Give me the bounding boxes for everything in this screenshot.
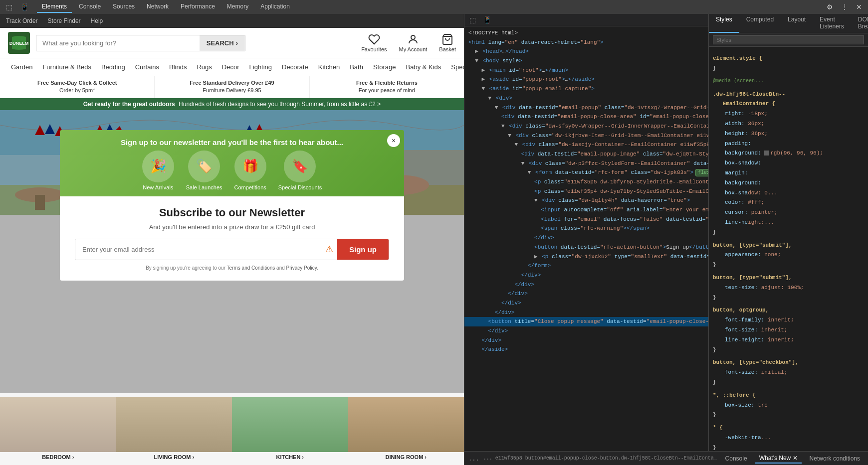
help-link[interactable]: Help [91, 17, 103, 24]
tree-close-btn[interactable]: <button title="Close popup message" data… [464, 317, 708, 326]
tree-span-warning[interactable]: <span class="rfc-warning"></span> [464, 224, 708, 233]
styles-tab-styles[interactable]: Styles [709, 14, 739, 33]
whats-new-tab-btn[interactable]: What's New ✕ [755, 454, 802, 464]
tree-body[interactable]: ▼ <body style> [464, 56, 708, 66]
nav-garden[interactable]: Garden [6, 58, 37, 76]
store-finder-link[interactable]: Store Finder [48, 17, 81, 24]
basket-btn[interactable]: Basket [439, 33, 456, 52]
tree-close-styled-form[interactable]: </div> [464, 271, 708, 280]
dt-tab-elements[interactable]: Elements [37, 1, 72, 13]
search-button[interactable]: SEARCH › [200, 35, 245, 51]
delivery-line2-1: Furniture Delivery £9.95 [159, 87, 305, 94]
popup-signup-btn[interactable]: Sign up [337, 239, 389, 260]
inspect-btn[interactable]: ⬚ [467, 15, 478, 25]
category-card-kitchen[interactable]: KITCHEN › [232, 397, 348, 461]
my-account-btn[interactable]: My Account [399, 33, 428, 52]
tree-div-email-popup[interactable]: ▼ <div data-testid="email-popup" class="… [464, 103, 708, 113]
styles-tab-layout[interactable]: Layout [781, 14, 813, 33]
tree-close-email-popup[interactable]: </div> [464, 308, 708, 317]
popup-email-input[interactable] [75, 239, 321, 260]
tree-close-inner[interactable]: </div> [464, 299, 708, 308]
nav-bath[interactable]: Bath [345, 58, 368, 76]
nav-rugs[interactable]: Rugs [192, 58, 217, 76]
tree-p-title[interactable]: <p class="e11wf35p5 dw-1bfyr5p-StyledTit… [464, 177, 708, 187]
elements-toolbar: ⬚ 📱 [464, 14, 708, 26]
nav-curtains[interactable]: Curtains [130, 58, 164, 76]
tree-head[interactable]: ▶ <head>…</head> [464, 47, 708, 56]
tree-styled-form[interactable]: ▼ <div class="dw-p3ffzc-StyledForm--Emai… [464, 159, 708, 168]
search-input[interactable] [36, 35, 200, 51]
styles-tab-dom-breakpoints[interactable]: DOM Breakpoints [851, 14, 868, 33]
tree-close-form[interactable]: </form> [464, 261, 708, 271]
tree-close-grid[interactable]: </div> [464, 289, 708, 299]
styles-prop-width: width: 36px; [713, 119, 864, 129]
privacy-link[interactable]: Privacy Policy [286, 265, 317, 271]
tree-p-subtitle[interactable]: <p class="e11wf35p4 dw-1yu71by-StyledSub… [464, 187, 708, 196]
tree-aside-email[interactable]: ▼ <aside id="popup-email-capture"> [464, 84, 708, 94]
tree-close-div-2[interactable]: </div> [464, 326, 708, 336]
tree-p-small[interactable]: ▶ <p class="dw-1jxck62" type="smallText"… [464, 252, 708, 262]
tree-inner-wrapper[interactable]: ▼ <div class="dw-sfsy0v-Wrapper--Grid-In… [464, 122, 708, 131]
popup-bottom: Subscribe to our Newsletter And you'll b… [60, 196, 404, 281]
tree-grid-item[interactable]: ▼ <div class="dw-1kjrbve-Item--Grid-Item… [464, 131, 708, 141]
terms-link[interactable]: Terms and Conditions [227, 265, 275, 271]
dt-tab-console[interactable]: Console [74, 1, 106, 13]
living-room-image [116, 397, 232, 452]
nav-special-buys[interactable]: Special Buys [446, 58, 464, 76]
promo-link[interactable]: Hundreds of fresh designs to see you thr… [179, 101, 381, 108]
tree-btn-signup[interactable]: <button data-testid="rfc-action-button">… [464, 243, 708, 252]
nav-furniture[interactable]: Furniture & Beds [37, 58, 96, 76]
track-order-link[interactable]: Track Order [6, 17, 38, 24]
nav-lighting[interactable]: Lighting [244, 58, 277, 76]
popup-subtitle: And you'll be entered into a prize draw … [75, 223, 389, 231]
devtools-close-btn[interactable]: ✕ [854, 2, 864, 12]
styles-tab-computed[interactable]: Computed [739, 14, 781, 33]
device-toolbar-btn[interactable]: 📱 [18, 2, 31, 12]
tree-html[interactable]: <html lang="en" data-react-helmet="lang"… [464, 38, 708, 47]
dunelm-logo[interactable]: DUNELM [8, 32, 30, 54]
dt-tab-memory[interactable]: Memory [222, 1, 253, 13]
tree-label[interactable]: <label for="email" data-focus="false" da… [464, 215, 708, 224]
favourites-btn[interactable]: Favourites [361, 33, 387, 52]
device-btn[interactable]: 📱 [481, 15, 493, 25]
tree-image-div[interactable]: <div data-testid="email-popup-image" cla… [464, 150, 708, 159]
tree-close-container[interactable]: </div> [464, 280, 708, 290]
styles-tab-event-listeners[interactable]: Event Listeners [813, 14, 851, 33]
styles-content[interactable]: element.style { } @media (screen... .dw-… [709, 47, 868, 451]
nav-blinds[interactable]: Blinds [164, 58, 192, 76]
dt-tab-network[interactable]: Network [142, 1, 174, 13]
search-bar: SEARCH › [36, 35, 245, 51]
nav-decor[interactable]: Decor [217, 58, 244, 76]
tree-aside-popup-root[interactable]: ▶ <aside id="popup-root">…</aside> [464, 75, 708, 84]
tree-close-area[interactable]: <div data-testid="email-popup-close-area… [464, 112, 708, 122]
styles-filter-input[interactable] [713, 35, 864, 44]
category-card-living[interactable]: LIVING ROOM › [116, 397, 232, 461]
devtools-more-btn[interactable]: ⋮ [839, 2, 850, 12]
inspect-element-btn[interactable]: ⬚ [4, 2, 14, 12]
tree-close-aside-inner[interactable]: </div> [464, 336, 708, 345]
dt-tab-sources[interactable]: Sources [108, 1, 140, 13]
dt-tab-application[interactable]: Application [255, 1, 295, 13]
tree-form[interactable]: ▼ <form data-testid="rfc-form" class="dw… [464, 168, 708, 177]
nav-storage[interactable]: Storage [368, 58, 401, 76]
nav-kitchen[interactable]: Kitchen [313, 58, 345, 76]
dt-tab-performance[interactable]: Performance [176, 1, 220, 13]
nav-decorate[interactable]: Decorate [277, 58, 313, 76]
popup-close-btn[interactable]: × [387, 134, 400, 147]
category-card-bedroom[interactable]: BEDROOM › [0, 397, 116, 461]
nav-baby[interactable]: Baby & Kids [401, 58, 446, 76]
tree-div-1[interactable]: ▼ <div> [464, 94, 708, 103]
nav-bedding[interactable]: Bedding [96, 58, 130, 76]
network-conditions-tab-btn[interactable]: Network conditions [806, 454, 864, 463]
elements-tree[interactable]: <!DOCTYPE html> <html lang="en" data-rea… [464, 26, 708, 451]
tree-container[interactable]: ▼ <div class="dw-iascjy-Container--Email… [464, 140, 708, 150]
tree-close-aside[interactable]: </aside> [464, 345, 708, 354]
tree-input[interactable]: <input autocomplete="off" aria-label="En… [464, 205, 708, 215]
tree-close-div-1[interactable]: </div> [464, 233, 708, 243]
tree-doctype[interactable]: <!DOCTYPE html> [464, 28, 708, 38]
console-tab-btn[interactable]: Console [721, 454, 751, 463]
devtools-settings-btn[interactable]: ⚙ [825, 2, 835, 12]
tree-div-haserror[interactable]: ▼ <div class="dw-1q1ty4h" data-haserror=… [464, 196, 708, 205]
category-card-dining[interactable]: DINING ROOM › [348, 397, 464, 461]
tree-main[interactable]: ▶ <main id="root">…</main> [464, 66, 708, 75]
